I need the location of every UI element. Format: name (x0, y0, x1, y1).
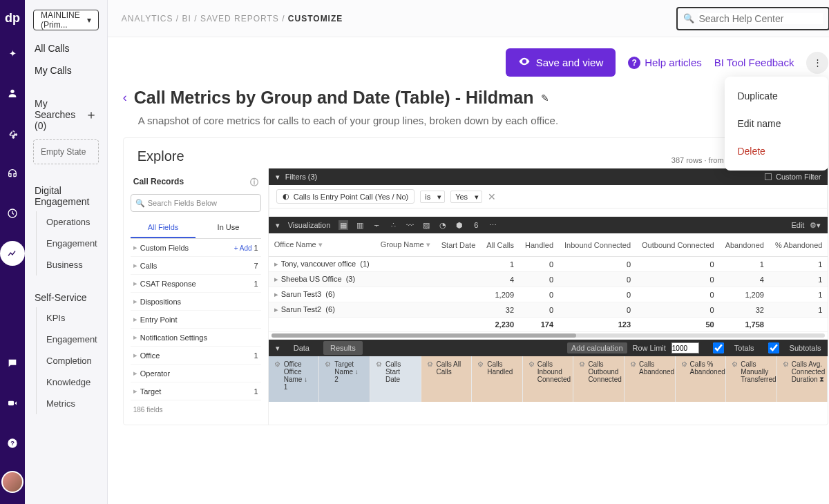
gear-icon[interactable]: ⚙ (325, 360, 332, 368)
custom-filter-checkbox[interactable] (765, 173, 772, 180)
data-column[interactable]: ⚙Target Name ↓ 2 (319, 356, 370, 402)
crumb-bi[interactable]: BI (182, 14, 191, 23)
search-help[interactable]: 🔍 (676, 7, 829, 30)
table-header[interactable]: % Abandoned (770, 233, 828, 257)
gear-icon[interactable]: ⚙ (579, 360, 585, 368)
viz-edit[interactable]: Edit (791, 221, 804, 229)
scatter-viz-icon[interactable]: ∴ (388, 220, 398, 230)
totals-checkbox[interactable] (705, 342, 732, 353)
history-icon[interactable] (0, 201, 25, 226)
help-articles-link[interactable]: ? Help articles (628, 57, 702, 69)
field-row[interactable]: ▸ Notification Settings (131, 329, 261, 347)
gear-icon[interactable]: ⚙ (783, 360, 789, 368)
more-menu-button[interactable]: ⋮ Duplicate Edit name Delete (806, 52, 828, 74)
field-row[interactable]: ▸ Entry Point (131, 311, 261, 329)
viz-settings-icon[interactable]: ⚙▾ (810, 221, 821, 230)
table-row[interactable]: ▸Sarun Test2 (6)32000321 (269, 302, 828, 318)
data-column[interactable]: ⚙Calls Handled (472, 356, 523, 402)
gear-icon[interactable]: ⚙ (427, 360, 434, 368)
crumb-saved-reports[interactable]: SAVED REPORTS (200, 14, 279, 23)
table-header[interactable]: Group Name ▾ (375, 233, 436, 257)
filter-operator[interactable]: is▾ (420, 191, 445, 203)
table-row[interactable]: ▸Sarun Test3 (6)1,2090001,2091 (269, 287, 828, 302)
analytics-icon[interactable] (0, 241, 25, 266)
expand-icon[interactable]: ▸ (274, 290, 278, 298)
field-row[interactable]: ▸ Custom Fields+ Add 1 (131, 239, 261, 257)
data-column[interactable]: ⚙Calls Start Date (370, 356, 421, 402)
horizontal-scrollbar[interactable] (271, 333, 576, 338)
tab-all-fields[interactable]: All Fields (131, 217, 196, 238)
bi-feedback-link[interactable]: BI Tool Feedback (714, 57, 794, 68)
filter-value[interactable]: Yes▾ (450, 191, 482, 203)
user-icon[interactable] (0, 81, 25, 106)
table-header[interactable]: Start Date (436, 233, 482, 257)
nav-my-calls[interactable]: My Calls (25, 59, 107, 81)
table-header[interactable]: Outbound Connected (636, 233, 720, 257)
sidebar-item-engagement[interactable]: Engagement (37, 233, 107, 254)
table-header[interactable]: Inbound Connected (559, 233, 636, 257)
table-header[interactable]: Abandoned (720, 233, 770, 257)
line-select[interactable]: MAINLINE (Prim... ▾ (33, 10, 99, 30)
field-row[interactable]: ▸ Target1 (131, 382, 261, 400)
sidebar-item-kpis[interactable]: KPIs (37, 307, 107, 329)
sidebar-item-ss-engagement[interactable]: Engagement (37, 329, 107, 350)
table-viz-icon[interactable]: ▦ (339, 220, 348, 230)
data-column[interactable]: ⚙Calls Outbound Connected (573, 356, 625, 402)
sparkle-icon[interactable]: ✦ (0, 41, 25, 66)
info-icon[interactable]: ⓘ (250, 177, 258, 188)
map-viz-icon[interactable]: ⬢ (455, 220, 464, 230)
crumb-analytics[interactable]: ANALYTICS (122, 14, 173, 23)
back-chevron-icon[interactable]: ‹ (123, 90, 127, 105)
visualization-bar[interactable]: ▾ Visualization ▦ ▥ ⫟ ∴ 〰 ▨ ◔ ⬢ 6 ⋯ (269, 217, 828, 233)
row-limit-input[interactable] (671, 342, 699, 353)
remove-filter-icon[interactable]: ✕ (488, 191, 496, 202)
edit-title-icon[interactable]: ✎ (541, 93, 549, 104)
table-header[interactable]: Office Name ▾ (269, 233, 375, 257)
sidebar-item-completion[interactable]: Completion (37, 350, 107, 371)
data-column[interactable]: ⚙Calls Inbound Connected (523, 356, 574, 402)
sidebar-item-operations[interactable]: Operations (37, 211, 107, 233)
column-viz-icon[interactable]: ⫟ (372, 220, 381, 230)
field-search[interactable]: 🔍 Search Fields Below (131, 194, 261, 212)
results-tab[interactable]: Results (323, 341, 363, 355)
subtotals-checkbox[interactable] (760, 342, 788, 353)
menu-duplicate[interactable]: Duplicate (725, 82, 828, 110)
gear-icon[interactable]: ⚙ (274, 360, 281, 368)
table-header[interactable]: All Calls (481, 233, 520, 257)
search-input[interactable] (698, 13, 823, 24)
help-icon[interactable]: ? (0, 431, 25, 456)
tab-in-use[interactable]: In Use (196, 217, 261, 238)
field-row[interactable]: ▸ Office1 (131, 347, 261, 365)
field-row[interactable]: ▸ CSAT Response1 (131, 275, 261, 293)
expand-icon[interactable]: ▸ (274, 305, 278, 313)
area-viz-icon[interactable]: ▨ (421, 220, 431, 230)
line-viz-icon[interactable]: 〰 (405, 220, 414, 230)
data-column[interactable]: ⚙Calls % Abandoned (676, 356, 727, 402)
data-column[interactable]: ⚙Calls Avg. Connected Duration ⧗ (777, 356, 828, 402)
sidebar-item-business[interactable]: Business (37, 254, 107, 275)
add-search-icon[interactable]: ＋ (85, 106, 97, 123)
more-viz-icon[interactable]: ⋯ (488, 220, 497, 230)
gear-icon[interactable]: ⚙ (376, 360, 383, 368)
data-column[interactable]: ⚙Calls Manually Transferred (726, 356, 777, 402)
gear-icon[interactable] (0, 121, 25, 146)
data-column[interactable]: ⚙Office Office Name ↓ 1 (269, 356, 320, 402)
chat-icon[interactable] (0, 351, 25, 376)
avatar[interactable] (1, 471, 23, 493)
headset-icon[interactable] (0, 161, 25, 186)
menu-delete[interactable]: Delete (725, 137, 828, 165)
gear-icon[interactable]: ⚙ (528, 360, 535, 368)
field-row[interactable]: ▸ Dispositions (131, 293, 261, 311)
gear-icon[interactable]: ⚙ (630, 360, 636, 368)
gear-icon[interactable]: ⚙ (732, 360, 738, 368)
filters-bar[interactable]: ▾ Filters (3) Custom Filter (269, 168, 828, 185)
menu-edit-name[interactable]: Edit name (725, 110, 828, 137)
save-and-view-button[interactable]: Save and view (506, 48, 616, 77)
sidebar-item-metrics[interactable]: Metrics (37, 393, 107, 414)
expand-icon[interactable]: ▸ (274, 275, 278, 283)
gear-icon[interactable]: ⚙ (477, 360, 484, 368)
pie-viz-icon[interactable]: ◔ (438, 220, 448, 230)
single-value-icon[interactable]: 6 (471, 220, 481, 230)
table-row[interactable]: ▸Sheeba US Office (3)400041 (269, 272, 828, 287)
nav-all-calls[interactable]: All Calls (25, 37, 107, 59)
